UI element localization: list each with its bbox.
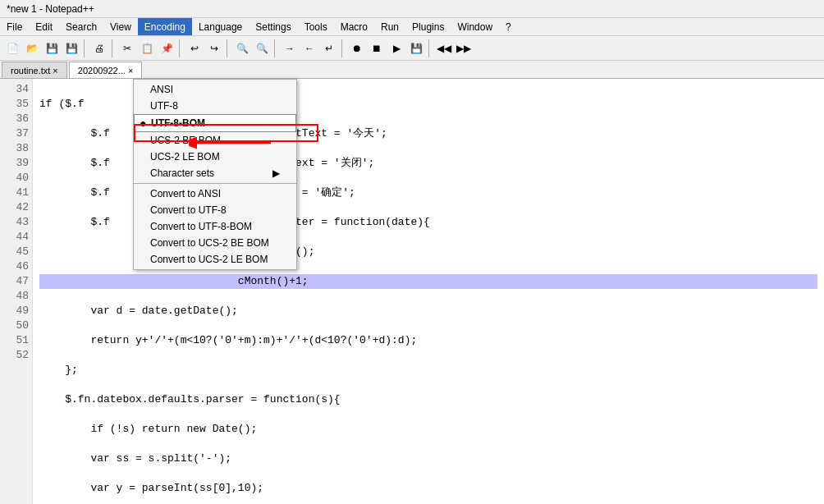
code-line-47: var y = parseInt(ss[0],10);: [39, 481, 817, 496]
toolbar-sep5: [274, 39, 277, 57]
toolbar-macro-stop[interactable]: ⏹: [368, 39, 386, 57]
toolbar-macro-record[interactable]: ⏺: [348, 39, 366, 57]
encoding-ansi[interactable]: ANSI: [134, 81, 296, 98]
toolbar-open[interactable]: 📂: [23, 39, 41, 57]
menu-macro[interactable]: Macro: [334, 18, 374, 35]
utf8bom-bullet: ●: [140, 117, 146, 130]
menu-edit[interactable]: Edit: [29, 18, 59, 35]
charsets-arrow: ▶: [256, 167, 280, 179]
main-area: 34 35 36 37 38 39 40 41 42 43 44 45 46 4…: [0, 79, 824, 504]
tab-date[interactable]: 20200922... ×: [69, 62, 143, 78]
code-area: 34 35 36 37 38 39 40 41 42 43 44 45 46 4…: [0, 79, 824, 504]
code-line-42: return y+'/'+(m<10?('0'+m):m)+'/'+(d<10?…: [39, 333, 817, 348]
menu-run[interactable]: Run: [374, 18, 405, 35]
toolbar-sep7: [428, 39, 432, 57]
convert-ansi-label: Convert to ANSI: [150, 188, 221, 199]
convert-ucs2le-label: Convert to UCS-2 LE BOM: [150, 254, 268, 265]
toolbar-macro-play[interactable]: ▶: [387, 39, 405, 57]
toolbar-zoom-in[interactable]: 🔍: [233, 39, 251, 57]
encoding-ucs2bebom-label: UCS-2 BE BOM: [150, 135, 221, 146]
toolbar-paste[interactable]: 📌: [158, 39, 176, 57]
encoding-dropdown: ANSI UTF-8 ● UTF-8-BOM UCS-2 BE BOM UCS-…: [133, 79, 297, 270]
convert-ucs2be-label: Convert to UCS-2 BE BOM: [150, 237, 269, 249]
title-text: *new 1 - Notepad++: [7, 3, 94, 15]
toolbar-save[interactable]: 💾: [43, 39, 61, 57]
toolbar-sep2: [112, 39, 115, 57]
encoding-ucs2bebom[interactable]: UCS-2 BE BOM: [134, 132, 296, 149]
toolbar-redo[interactable]: ↪: [205, 39, 223, 57]
convert-utf8bom-label: Convert to UTF-8-BOM: [150, 221, 252, 232]
menu-settings[interactable]: Settings: [249, 18, 297, 35]
menu-window[interactable]: Window: [451, 18, 499, 35]
toolbar-cut[interactable]: ✂: [118, 39, 136, 57]
encoding-utf8[interactable]: UTF-8: [134, 98, 296, 114]
tab-bar: routine.txt × 20200922... ×: [0, 61, 824, 79]
toolbar-new[interactable]: 📄: [3, 39, 21, 57]
convert-ucs2le[interactable]: Convert to UCS-2 LE BOM: [134, 251, 296, 268]
menu-help[interactable]: ?: [499, 18, 518, 35]
convert-utf8-label: Convert to UTF-8: [150, 204, 227, 216]
encoding-charsets[interactable]: Character sets ▶: [134, 165, 296, 181]
code-line-41: var d = date.getDate();: [39, 304, 817, 318]
toolbar-wrap[interactable]: ↵: [320, 39, 338, 57]
toolbar: 📄 📂 💾 💾 🖨 ✂ 📋 📌 ↩ ↪ 🔍 🔍 → ← ↵ ⏺ ⏹ ▶ 💾 ◀◀…: [0, 36, 824, 61]
menu-tools[interactable]: Tools: [298, 18, 334, 35]
menu-plugins[interactable]: Plugins: [405, 18, 451, 35]
encoding-utf8bom[interactable]: ● UTF-8-BOM: [134, 114, 296, 132]
code-line-44: $.fn.datebox.defaults.parser = function(…: [39, 392, 817, 407]
toolbar-indent[interactable]: →: [281, 39, 299, 57]
toolbar-prev[interactable]: ◀◀: [435, 39, 453, 57]
encoding-utf8-label: UTF-8: [150, 100, 178, 112]
convert-utf8bom[interactable]: Convert to UTF-8-BOM: [134, 218, 296, 235]
convert-utf8[interactable]: Convert to UTF-8: [134, 202, 296, 218]
code-line-46: var ss = s.split('-');: [39, 451, 817, 466]
line-numbers: 34 35 36 37 38 39 40 41 42 43 44 45 46 4…: [0, 79, 33, 504]
encoding-ansi-label: ANSI: [150, 84, 173, 95]
toolbar-macro-save[interactable]: 💾: [407, 39, 425, 57]
encoding-utf8bom-label: UTF-8-BOM: [151, 117, 205, 129]
menu-encoding[interactable]: Encoding: [138, 18, 192, 35]
toolbar-zoom-out[interactable]: 🔍: [253, 39, 271, 57]
convert-ucs2be[interactable]: Convert to UCS-2 BE BOM: [134, 235, 296, 251]
toolbar-next[interactable]: ▶▶: [455, 39, 473, 57]
menu-view[interactable]: View: [103, 18, 138, 35]
toolbar-sep3: [179, 39, 182, 57]
menu-bar: File Edit Search View Encoding Language …: [0, 18, 824, 36]
encoding-separator: [134, 183, 296, 184]
toolbar-undo[interactable]: ↩: [185, 39, 204, 57]
convert-ansi[interactable]: Convert to ANSI: [134, 186, 296, 202]
code-line-40: cMonth()+1;: [39, 274, 817, 289]
toolbar-sep1: [84, 39, 87, 57]
menu-search[interactable]: Search: [59, 18, 103, 35]
encoding-charsets-label: Character sets: [150, 167, 214, 179]
toolbar-sep4: [227, 39, 230, 57]
menu-language[interactable]: Language: [192, 18, 249, 35]
code-line-43: };: [39, 363, 817, 378]
toolbar-copy[interactable]: 📋: [138, 39, 156, 57]
encoding-ucs2lebom[interactable]: UCS-2 LE BOM: [134, 149, 296, 165]
toolbar-sep6: [341, 39, 345, 57]
tab-routine[interactable]: routine.txt ×: [2, 62, 67, 78]
title-bar: *new 1 - Notepad++: [0, 0, 824, 18]
code-line-45: if (!s) return new Date();: [39, 422, 817, 437]
menu-file[interactable]: File: [0, 18, 29, 35]
toolbar-outdent[interactable]: ←: [300, 39, 318, 57]
toolbar-print[interactable]: 🖨: [90, 39, 108, 57]
encoding-ucs2lebom-label: UCS-2 LE BOM: [150, 151, 220, 163]
toolbar-saveall[interactable]: 💾: [62, 39, 80, 57]
